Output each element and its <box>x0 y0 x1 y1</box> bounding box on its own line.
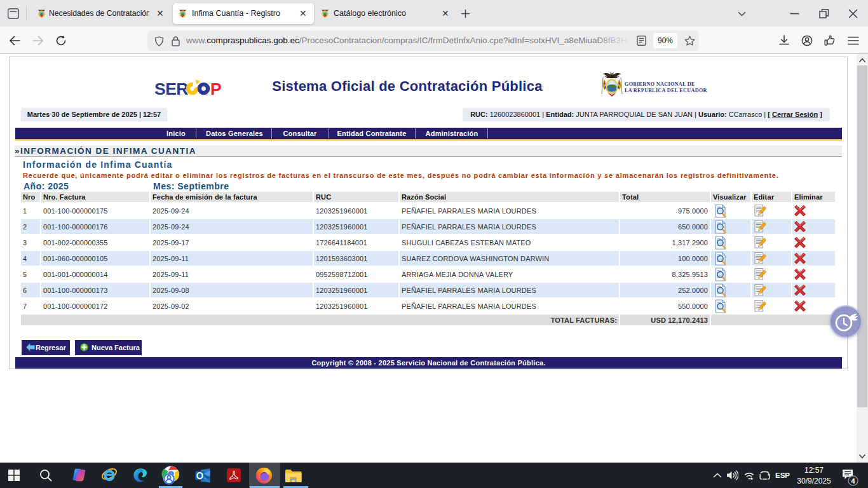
svg-text:LA REPUBLICA DEL ECUADOR: LA REPUBLICA DEL ECUADOR <box>625 88 707 93</box>
svg-text:GOBIERNO NACIONAL DE: GOBIERNO NACIONAL DE <box>625 81 695 87</box>
svg-text:4: 4 <box>851 477 855 485</box>
